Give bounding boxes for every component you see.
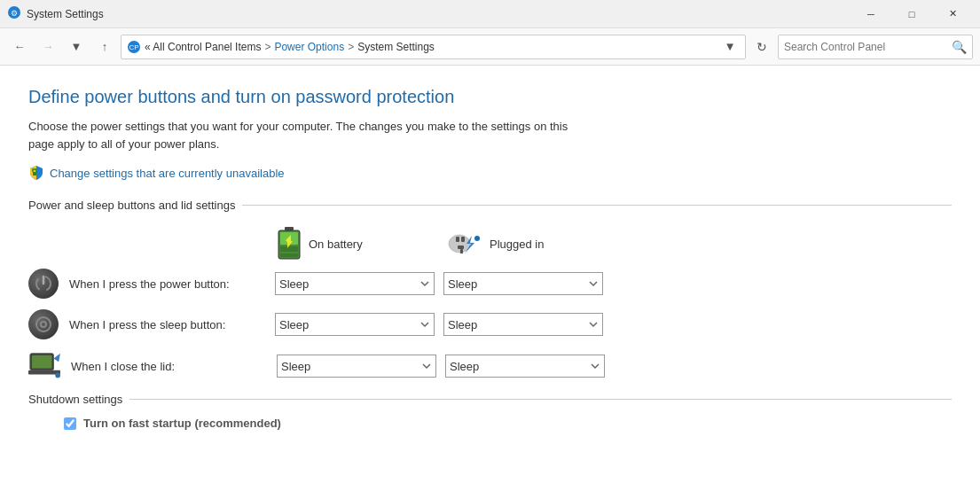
svg-text:CP: CP bbox=[129, 43, 138, 51]
breadcrumb-sep2: > bbox=[348, 41, 354, 53]
refresh-button[interactable]: ↻ bbox=[749, 35, 774, 59]
svg-rect-22 bbox=[32, 355, 52, 369]
sleep-button-row: When I press the sleep button: Sleep Do … bbox=[28, 309, 952, 339]
shutdown-title: Shutdown settings bbox=[28, 393, 122, 406]
lid-icon-svg bbox=[28, 351, 60, 381]
breadcrumb-dropdown-button[interactable]: ▼ bbox=[720, 37, 740, 57]
breadcrumb-prefix: « All Control Panel Items bbox=[145, 41, 261, 53]
power-button-plugged-select[interactable]: Sleep Do nothing Hibernate Shut down Tur… bbox=[443, 272, 603, 295]
fast-startup-checkbox[interactable] bbox=[64, 417, 76, 430]
breadcrumb-box: CP « All Control Panel Items > Power Opt… bbox=[121, 35, 746, 59]
up-button[interactable]: ↑ bbox=[92, 35, 117, 59]
svg-rect-5 bbox=[285, 227, 294, 230]
main-content: Define power buttons and turn on passwor… bbox=[0, 66, 980, 491]
address-bar: ← → ▼ ↑ CP « All Control Panel Items > P… bbox=[0, 28, 980, 66]
sleep-button-battery-select[interactable]: Sleep Do nothing Hibernate Shut down Tur… bbox=[275, 313, 435, 336]
fast-startup-label: Turn on fast startup (recommended) bbox=[83, 417, 281, 430]
lid-icon bbox=[28, 350, 60, 382]
forward-button[interactable]: → bbox=[35, 35, 60, 59]
search-box: 🔍 bbox=[778, 35, 973, 59]
minimize-button[interactable]: ─ bbox=[851, 0, 891, 28]
svg-rect-13 bbox=[458, 246, 464, 249]
maximize-button[interactable]: □ bbox=[891, 0, 932, 28]
svg-rect-11 bbox=[456, 237, 459, 242]
shutdown-divider bbox=[129, 399, 952, 400]
power-button-row: When I press the power button: Sleep Do … bbox=[28, 269, 952, 299]
svg-rect-14 bbox=[460, 249, 463, 253]
breadcrumb-system-settings: System Settings bbox=[357, 41, 435, 53]
shutdown-section-header: Shutdown settings bbox=[28, 393, 952, 406]
title-bar-text: System Settings bbox=[27, 8, 851, 20]
svg-text:⚙: ⚙ bbox=[11, 9, 18, 18]
plugged-in-icon bbox=[445, 231, 482, 256]
power-icon-svg bbox=[34, 274, 53, 293]
power-button-battery-select[interactable]: Sleep Do nothing Hibernate Shut down Tur… bbox=[275, 272, 435, 295]
battery-icon bbox=[277, 226, 302, 261]
on-battery-label: On battery bbox=[309, 238, 363, 251]
lid-label: When I close the lid: bbox=[71, 360, 277, 373]
lid-row: When I close the lid: Sleep Do nothing H… bbox=[28, 350, 952, 382]
sleep-button-dropdowns: Sleep Do nothing Hibernate Shut down Tur… bbox=[275, 313, 603, 336]
svg-rect-12 bbox=[461, 237, 465, 242]
sleep-icon-svg bbox=[34, 315, 53, 334]
page-description: Choose the power settings that you want … bbox=[28, 118, 952, 152]
svg-point-24 bbox=[55, 373, 60, 378]
title-bar-controls: ─ □ ✕ bbox=[851, 0, 973, 28]
plugged-in-label: Plugged in bbox=[490, 238, 544, 251]
search-button[interactable]: 🔍 bbox=[952, 40, 967, 54]
power-sleep-section-title: Power and sleep buttons and lid settings bbox=[28, 199, 235, 212]
power-sleep-section-header: Power and sleep buttons and lid settings bbox=[28, 199, 952, 212]
dropdown-history-button[interactable]: ▼ bbox=[64, 35, 89, 59]
close-button[interactable]: ✕ bbox=[932, 0, 973, 28]
plugged-in-header: Plugged in bbox=[445, 226, 614, 261]
power-button-label: When I press the power button: bbox=[69, 277, 275, 291]
shield-icon bbox=[28, 165, 44, 181]
power-button-icon bbox=[28, 269, 59, 299]
power-button-dropdowns: Sleep Do nothing Hibernate Shut down Tur… bbox=[275, 272, 603, 295]
title-bar: ⚙ System Settings ─ □ ✕ bbox=[0, 0, 980, 28]
svg-rect-4 bbox=[33, 172, 36, 175]
on-battery-header: On battery bbox=[277, 226, 445, 261]
svg-point-20 bbox=[42, 323, 45, 326]
app-icon: ⚙ bbox=[7, 5, 21, 19]
breadcrumb-sep1: > bbox=[264, 41, 270, 53]
change-settings-link[interactable]: Change settings that are currently unava… bbox=[28, 165, 952, 181]
lid-battery-select[interactable]: Sleep Do nothing Hibernate Shut down Tur… bbox=[277, 355, 436, 378]
page-desc-line2: page apply to all of your power plans. bbox=[28, 137, 219, 151]
svg-rect-9 bbox=[280, 253, 298, 257]
sleep-button-icon bbox=[28, 309, 59, 339]
title-bar-icon: ⚙ bbox=[7, 5, 21, 22]
svg-point-15 bbox=[474, 236, 480, 241]
lid-dropdowns: Sleep Do nothing Hibernate Shut down Tur… bbox=[277, 355, 605, 378]
lid-plugged-select[interactable]: Sleep Do nothing Hibernate Shut down Tur… bbox=[445, 355, 605, 378]
section-divider bbox=[242, 205, 952, 206]
control-panel-icon: CP bbox=[127, 40, 141, 54]
sleep-button-plugged-select[interactable]: Sleep Do nothing Hibernate Shut down Tur… bbox=[443, 313, 603, 336]
sleep-button-label: When I press the sleep button: bbox=[69, 318, 275, 331]
breadcrumb-power-options[interactable]: Power Options bbox=[274, 41, 344, 53]
search-input[interactable] bbox=[784, 41, 952, 53]
back-button[interactable]: ← bbox=[7, 35, 32, 59]
settings-grid: On battery Plugged in bbox=[28, 226, 952, 382]
page-desc-line1: Choose the power settings that you want … bbox=[28, 120, 568, 133]
change-settings-text: Change settings that are currently unava… bbox=[50, 167, 285, 180]
svg-rect-8 bbox=[280, 246, 298, 252]
fast-startup-row: Turn on fast startup (recommended) bbox=[64, 417, 952, 430]
column-headers: On battery Plugged in bbox=[277, 226, 952, 261]
page-title: Define power buttons and turn on passwor… bbox=[28, 87, 952, 107]
svg-rect-23 bbox=[28, 370, 60, 375]
